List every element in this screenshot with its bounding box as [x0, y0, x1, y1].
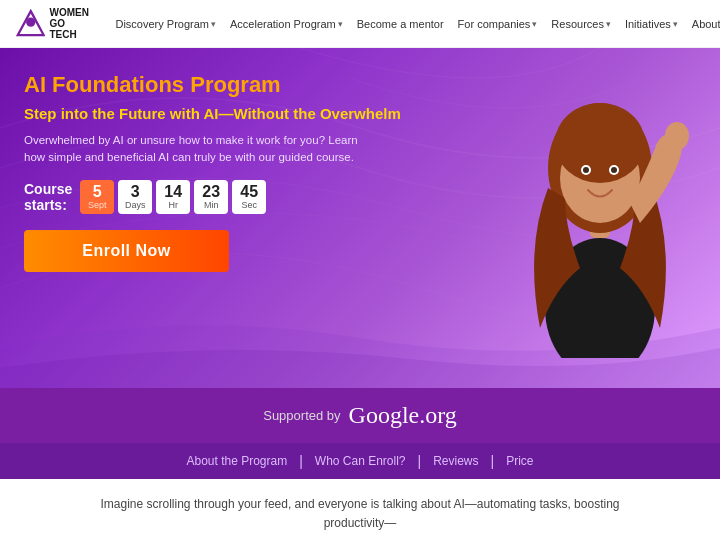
svg-point-11	[665, 122, 689, 150]
countdown-day-label: Sept	[86, 200, 108, 210]
navbar: WOMEN GO TECH Discovery Program ▾ Accele…	[0, 0, 720, 48]
hero-section: AI Foundations Program Step into the Fut…	[0, 48, 720, 388]
countdown-min-item: 23 Min	[194, 180, 228, 214]
logo-text: WOMEN GO TECH	[49, 7, 91, 40]
countdown-hr-label: Hr	[162, 200, 184, 210]
countdown-days-label: Days	[124, 200, 146, 210]
sub-nav-reviews[interactable]: Reviews	[421, 454, 490, 468]
bottom-text: Imagine scrolling through your feed, and…	[80, 495, 640, 533]
svg-point-1	[26, 17, 35, 26]
countdown-days-number: 3	[124, 184, 146, 200]
hero-title: AI Foundations Program	[24, 72, 484, 98]
countdown-timer: 5 Sept 3 Days 14 Hr 23 Min 45 Sec	[80, 180, 266, 214]
chevron-down-icon: ▾	[532, 19, 537, 29]
countdown-hr-item: 14 Hr	[156, 180, 190, 214]
countdown-sec-label: Sec	[238, 200, 260, 210]
hero-content: AI Foundations Program Step into the Fut…	[24, 72, 484, 272]
countdown-min-label: Min	[200, 200, 222, 210]
countdown-day-item: 5 Sept	[80, 180, 114, 214]
logo-icon	[16, 8, 45, 40]
hero-description: Overwhelmed by AI or unsure how to make …	[24, 132, 364, 167]
supported-by-label: Supported by	[263, 408, 340, 423]
nav-initiatives[interactable]: Initiatives ▾	[621, 14, 682, 34]
sub-nav: About the Program | Who Can Enroll? | Re…	[0, 443, 720, 479]
enroll-now-button[interactable]: Enroll Now	[24, 230, 229, 272]
hero-subtitle: Step into the Future with AI—Without the…	[24, 104, 484, 124]
nav-acceleration-program[interactable]: Acceleration Program ▾	[226, 14, 347, 34]
svg-point-6	[555, 103, 645, 183]
countdown-day-number: 5	[86, 184, 108, 200]
nav-become-mentor[interactable]: Become a mentor	[353, 14, 448, 34]
chevron-down-icon: ▾	[673, 19, 678, 29]
svg-point-10	[611, 167, 617, 173]
svg-point-8	[583, 167, 589, 173]
nav-for-companies[interactable]: For companies ▾	[454, 14, 542, 34]
bottom-section: Imagine scrolling through your feed, and…	[0, 479, 720, 540]
countdown-sec-item: 45 Sec	[232, 180, 266, 214]
chevron-down-icon: ▾	[211, 19, 216, 29]
nav-about[interactable]: About ▾	[688, 14, 720, 34]
support-section: Supported by Google.org	[0, 388, 720, 443]
hero-person-image	[490, 48, 710, 358]
sub-nav-price[interactable]: Price	[494, 454, 545, 468]
sub-nav-about-program[interactable]: About the Program	[174, 454, 299, 468]
countdown-sec-number: 45	[238, 184, 260, 200]
person-svg	[495, 48, 705, 358]
course-starts-label: Coursestarts:	[24, 181, 72, 213]
nav-discovery-program[interactable]: Discovery Program ▾	[111, 14, 220, 34]
countdown-days-item: 3 Days	[118, 180, 152, 214]
nav-items: Discovery Program ▾ Acceleration Program…	[111, 14, 720, 34]
chevron-down-icon: ▾	[338, 19, 343, 29]
google-org-text: Google.org	[349, 402, 457, 429]
sub-nav-who-can-enroll[interactable]: Who Can Enroll?	[303, 454, 418, 468]
countdown-min-number: 23	[200, 184, 222, 200]
nav-resources[interactable]: Resources ▾	[547, 14, 615, 34]
logo[interactable]: WOMEN GO TECH	[16, 7, 91, 40]
countdown-hr-number: 14	[162, 184, 184, 200]
chevron-down-icon: ▾	[606, 19, 611, 29]
course-starts: Coursestarts: 5 Sept 3 Days 14 Hr 23 Min	[24, 180, 484, 214]
